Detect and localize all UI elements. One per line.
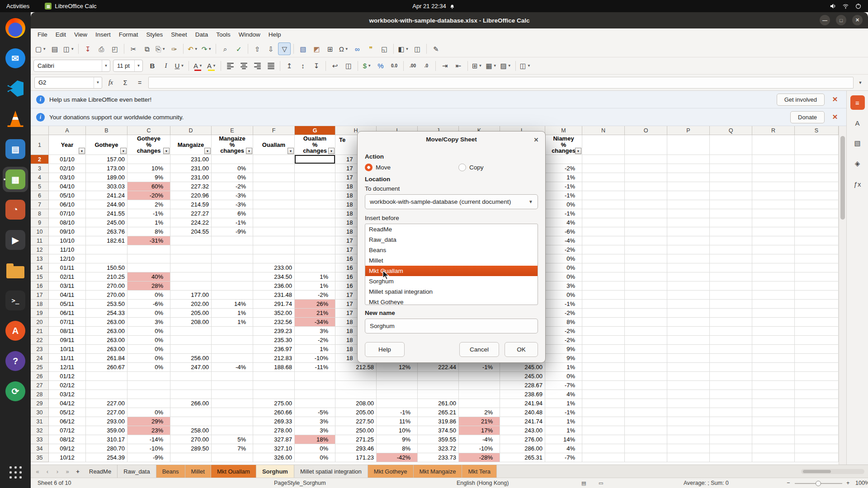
row-header-20[interactable]: 20 xyxy=(31,318,49,327)
cell-C19[interactable]: 0% xyxy=(127,309,170,318)
horizontal-scrollbar[interactable] xyxy=(801,469,864,474)
cell-D10[interactable]: 204.55 xyxy=(170,227,212,236)
cell-N25[interactable] xyxy=(582,363,625,372)
cell-N1[interactable] xyxy=(582,135,625,155)
cell-Q1[interactable] xyxy=(710,135,752,155)
cell-C29[interactable] xyxy=(127,399,170,408)
cell-F24[interactable]: 212.83 xyxy=(253,354,295,363)
cell-S35[interactable] xyxy=(795,453,839,462)
cell-D21[interactable] xyxy=(170,327,212,336)
cell-G2[interactable] xyxy=(295,155,335,164)
cell-B7[interactable]: 244.90 xyxy=(86,200,127,209)
donate-button[interactable]: Donate xyxy=(790,111,825,123)
cell-G27[interactable] xyxy=(295,381,335,390)
cell-D17[interactable]: 177.00 xyxy=(170,291,212,300)
cell-P17[interactable] xyxy=(667,291,710,300)
cell-B15[interactable]: 210.25 xyxy=(86,272,127,282)
cell-C13[interactable] xyxy=(127,254,170,263)
cell-E6[interactable]: -3% xyxy=(212,191,253,200)
row-header-22[interactable]: 22 xyxy=(31,336,49,345)
cell-C23[interactable]: 0% xyxy=(127,345,170,354)
cell-E1[interactable]: Mangaize % changes▼ xyxy=(212,135,253,155)
cell-R23[interactable] xyxy=(752,345,795,354)
cell-D25[interactable]: 247.00 xyxy=(170,363,212,372)
cell-M15[interactable]: 0% xyxy=(545,272,582,282)
spelling-check-icon[interactable]: ✓ xyxy=(232,42,245,55)
underline-icon[interactable]: U▼ xyxy=(173,60,186,72)
cell-C33[interactable]: -14% xyxy=(127,435,170,444)
cell-S8[interactable] xyxy=(795,209,839,218)
cell-P20[interactable] xyxy=(667,318,710,327)
cell-P25[interactable] xyxy=(667,363,710,372)
cell-M33[interactable]: 14% xyxy=(545,435,582,444)
cell-F31[interactable]: 269.33 xyxy=(253,417,295,426)
system-status-area[interactable] xyxy=(830,3,862,9)
cell-E2[interactable] xyxy=(212,155,253,164)
cell-M29[interactable]: 1% xyxy=(545,399,582,408)
sheet-tab-mkt-mangaize[interactable]: Mkt Mangaize xyxy=(414,465,462,478)
cell-H26[interactable] xyxy=(335,372,377,381)
cell-H31[interactable]: 227.50 xyxy=(335,417,377,426)
sheet-tab-sorghum[interactable]: Sorghum xyxy=(256,465,294,478)
row-header-6[interactable]: 6 xyxy=(31,191,49,200)
cell-Q26[interactable] xyxy=(710,372,752,381)
cell-E13[interactable] xyxy=(212,254,253,263)
cell-C5[interactable]: 60% xyxy=(127,182,170,191)
insert-image-icon[interactable]: ▧ xyxy=(297,42,309,55)
cell-F15[interactable]: 234.50 xyxy=(253,272,295,282)
cell-B10[interactable]: 263.76 xyxy=(86,227,127,236)
cell-A32[interactable]: 07/12 xyxy=(49,426,86,435)
cell-P24[interactable] xyxy=(667,354,710,363)
redo-icon[interactable]: ↷▼ xyxy=(200,42,213,55)
cell-A35[interactable]: 10/12 xyxy=(49,453,86,462)
activities-button[interactable]: Activities xyxy=(6,3,29,9)
close-icon[interactable]: ✕ xyxy=(829,113,841,121)
cell-Q19[interactable] xyxy=(710,309,752,318)
cell-P30[interactable] xyxy=(667,408,710,417)
cell-M10[interactable]: -6% xyxy=(545,227,582,236)
menu-data[interactable]: Data xyxy=(191,30,212,39)
row-header-11[interactable]: 11 xyxy=(31,236,49,245)
cell-F25[interactable]: 188.68 xyxy=(253,363,295,372)
next-sheet-icon[interactable]: › xyxy=(52,465,62,478)
cell-S4[interactable] xyxy=(795,173,839,182)
cell-G5[interactable] xyxy=(295,182,335,191)
cell-F35[interactable]: 326.00 xyxy=(253,453,295,462)
cell-C14[interactable] xyxy=(127,263,170,272)
media-app-icon[interactable]: ▶ xyxy=(3,227,28,253)
split-window-icon[interactable]: ◫ xyxy=(411,42,424,55)
cell-A16[interactable]: 03/11 xyxy=(49,282,86,291)
cell-O30[interactable] xyxy=(625,408,667,417)
sheet-option-readme[interactable]: ReadMe xyxy=(365,224,538,235)
cell-B8[interactable]: 241.55 xyxy=(86,209,127,218)
cell-R2[interactable] xyxy=(752,155,795,164)
cell-S29[interactable] xyxy=(795,399,839,408)
cell-N13[interactable] xyxy=(582,254,625,263)
cell-D8[interactable]: 227.27 xyxy=(170,209,212,218)
align-bottom-icon[interactable]: ↧ xyxy=(310,60,323,72)
column-header-N[interactable]: N xyxy=(582,126,625,135)
cell-G16[interactable]: 1% xyxy=(295,282,335,291)
minimize-icon[interactable]: — xyxy=(820,15,830,25)
cell-O22[interactable] xyxy=(625,336,667,345)
cell-F7[interactable] xyxy=(253,200,295,209)
cell-G20[interactable]: -34% xyxy=(295,318,335,327)
libreoffice-writer-icon[interactable]: ▤ xyxy=(3,136,28,162)
menu-window[interactable]: Window xyxy=(235,30,264,39)
cell-G12[interactable] xyxy=(295,245,335,254)
row-header-25[interactable]: 25 xyxy=(31,363,49,372)
cell-S31[interactable] xyxy=(795,417,839,426)
row-header-17[interactable]: 17 xyxy=(31,291,49,300)
cell-N18[interactable] xyxy=(582,300,625,309)
new-name-input[interactable]: Sorghum xyxy=(365,319,538,333)
cell-O35[interactable] xyxy=(625,453,667,462)
row-header-24[interactable]: 24 xyxy=(31,354,49,363)
sheet-option-millet[interactable]: Millet xyxy=(365,255,538,266)
cell-G1[interactable]: Ouallam % changes▼ xyxy=(295,135,335,155)
cell-Q23[interactable] xyxy=(710,345,752,354)
cell-S9[interactable] xyxy=(795,218,839,227)
cell-M18[interactable]: -1% xyxy=(545,300,582,309)
cell-B9[interactable]: 245.00 xyxy=(86,218,127,227)
zoom-slider-thumb[interactable] xyxy=(816,481,821,486)
sheet-option-sorghum[interactable]: Sorghum xyxy=(365,276,538,286)
